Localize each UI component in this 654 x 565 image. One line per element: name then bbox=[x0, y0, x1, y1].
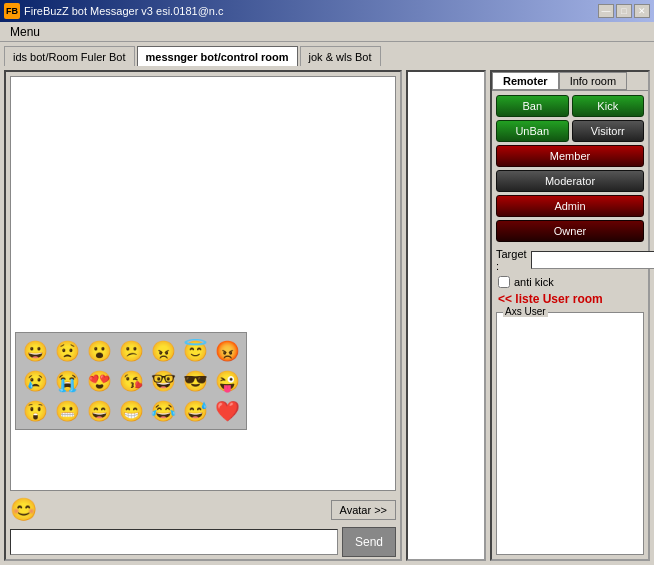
visitorr-button[interactable]: Visitorr bbox=[572, 120, 645, 142]
emoji-15[interactable]: 😲 bbox=[20, 397, 50, 425]
menu-bar: Menu bbox=[0, 22, 654, 42]
bottom-bar: 😊 Avatar >> bbox=[6, 495, 400, 525]
emoji-21[interactable]: ❤️ bbox=[212, 397, 242, 425]
right-panel: Remoter Info room Ban Kick UnBan Visitor… bbox=[490, 70, 650, 561]
emoji-6[interactable]: 😇 bbox=[180, 337, 210, 365]
tab-bar: ids bot/Room Fuler Bot messnger bot/cont… bbox=[0, 42, 654, 66]
menu-item-menu[interactable]: Menu bbox=[4, 25, 46, 39]
title-controls[interactable]: — □ ✕ bbox=[598, 4, 650, 18]
emoji-17[interactable]: 😄 bbox=[84, 397, 114, 425]
emoji-12[interactable]: 🤓 bbox=[148, 367, 178, 395]
emoji-14[interactable]: 😜 bbox=[212, 367, 242, 395]
main-content: 😀 😟 😮 😕 😠 😇 😡 😢 😭 😍 😘 🤓 😎 😜 😲 😬 😄 😁 😂 bbox=[0, 66, 654, 565]
emoji-18[interactable]: 😁 bbox=[116, 397, 146, 425]
emoji-11[interactable]: 😘 bbox=[116, 367, 146, 395]
ban-button[interactable]: Ban bbox=[496, 95, 569, 117]
target-row: Target : bbox=[492, 246, 648, 274]
antikick-checkbox[interactable] bbox=[498, 276, 510, 288]
maximize-button[interactable]: □ bbox=[616, 4, 632, 18]
tab-jok-wls[interactable]: jok & wls Bot bbox=[300, 46, 381, 66]
close-button[interactable]: ✕ bbox=[634, 4, 650, 18]
emoji-9[interactable]: 😭 bbox=[52, 367, 82, 395]
axs-user-label: Axs User bbox=[503, 306, 548, 317]
emoji-2[interactable]: 😟 bbox=[52, 337, 82, 365]
input-row: Send bbox=[6, 525, 400, 559]
tab-remoter[interactable]: Remoter bbox=[492, 72, 559, 90]
send-button[interactable]: Send bbox=[342, 527, 396, 557]
emoji-8[interactable]: 😢 bbox=[20, 367, 50, 395]
title-bar-left: FB FireBuzZ bot Messager v3 esi.0181@n.c bbox=[4, 3, 223, 19]
axs-user-panel: Axs User bbox=[496, 312, 644, 555]
emoji-19[interactable]: 😂 bbox=[148, 397, 178, 425]
tab-messenger-bot[interactable]: messnger bot/control room bbox=[137, 46, 298, 66]
app-icon: FB bbox=[4, 3, 20, 19]
emoji-panel: 😀 😟 😮 😕 😠 😇 😡 😢 😭 😍 😘 🤓 😎 😜 😲 😬 😄 😁 😂 bbox=[15, 332, 247, 430]
middle-panel bbox=[406, 70, 486, 561]
title-text: FireBuzZ bot Messager v3 esi.0181@n.c bbox=[24, 5, 223, 17]
left-panel: 😀 😟 😮 😕 😠 😇 😡 😢 😭 😍 😘 🤓 😎 😜 😲 😬 😄 😁 😂 bbox=[4, 70, 402, 561]
tab-ids-bot[interactable]: ids bot/Room Fuler Bot bbox=[4, 46, 135, 66]
emoji-16[interactable]: 😬 bbox=[52, 397, 82, 425]
message-input[interactable] bbox=[10, 529, 338, 555]
minimize-button[interactable]: — bbox=[598, 4, 614, 18]
kick-button[interactable]: Kick bbox=[572, 95, 645, 117]
emoji-10[interactable]: 😍 bbox=[84, 367, 114, 395]
emoji-7[interactable]: 😡 bbox=[212, 337, 242, 365]
avatar-button[interactable]: Avatar >> bbox=[331, 500, 397, 520]
unban-button[interactable]: UnBan bbox=[496, 120, 569, 142]
tab-info-room[interactable]: Info room bbox=[559, 72, 627, 90]
target-input[interactable] bbox=[531, 251, 654, 269]
ban-kick-row: Ban Kick bbox=[496, 95, 644, 117]
antikick-label: anti kick bbox=[514, 276, 554, 288]
owner-button[interactable]: Owner bbox=[496, 220, 644, 242]
member-button[interactable]: Member bbox=[496, 145, 644, 167]
emoji-20[interactable]: 😅 bbox=[180, 397, 210, 425]
emoji-13[interactable]: 😎 bbox=[180, 367, 210, 395]
chat-area[interactable]: 😀 😟 😮 😕 😠 😇 😡 😢 😭 😍 😘 🤓 😎 😜 😲 😬 😄 😁 😂 bbox=[10, 76, 396, 491]
right-buttons-container: Ban Kick UnBan Visitorr Member Moderator… bbox=[492, 91, 648, 246]
smiley-icon[interactable]: 😊 bbox=[10, 497, 37, 523]
emoji-4[interactable]: 😕 bbox=[116, 337, 146, 365]
emoji-5[interactable]: 😠 bbox=[148, 337, 178, 365]
emoji-1[interactable]: 😀 bbox=[20, 337, 50, 365]
unban-visitor-row: UnBan Visitorr bbox=[496, 120, 644, 142]
title-bar: FB FireBuzZ bot Messager v3 esi.0181@n.c… bbox=[0, 0, 654, 22]
right-tabs: Remoter Info room bbox=[492, 72, 648, 91]
antikick-row: anti kick bbox=[492, 274, 648, 290]
target-label: Target : bbox=[496, 248, 527, 272]
moderator-button[interactable]: Moderator bbox=[496, 170, 644, 192]
admin-button[interactable]: Admin bbox=[496, 195, 644, 217]
emoji-3[interactable]: 😮 bbox=[84, 337, 114, 365]
